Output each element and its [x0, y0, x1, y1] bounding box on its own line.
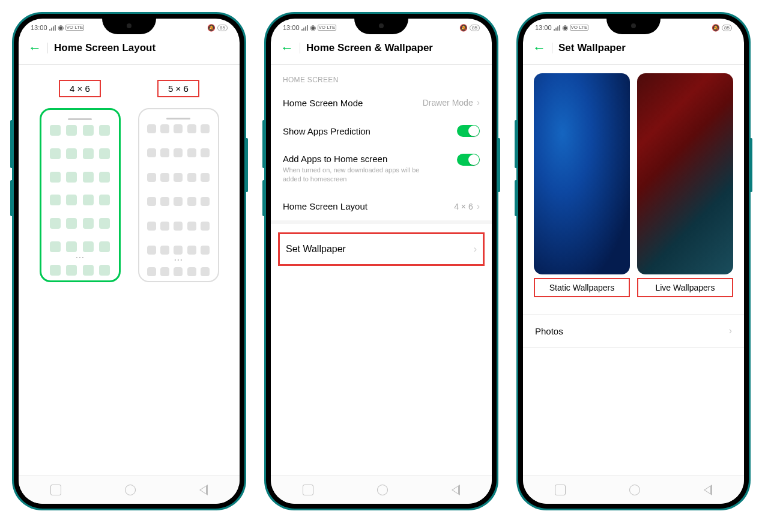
- row-add-apps-homescreen[interactable]: Add Apps to Home screen When turned on, …: [271, 145, 492, 193]
- phone-frame-1: 13:00 ◉ VO LTE 🔕 85 ← Home Screen Layout…: [12, 12, 246, 510]
- signal-icon: [301, 25, 308, 31]
- volte-badge: VO LTE: [570, 25, 589, 31]
- battery-level: 85: [722, 25, 732, 31]
- status-time: 13:00: [283, 24, 300, 31]
- grid-preview-5x6: • • •: [138, 108, 219, 282]
- layout-option-5x6[interactable]: 5 × 6 • • •: [138, 80, 219, 282]
- chevron-right-icon: ›: [474, 244, 477, 255]
- static-wallpapers-card[interactable]: Static Wallpapers: [534, 73, 630, 297]
- row-value: Drawer Mode: [423, 98, 473, 107]
- row-home-screen-layout[interactable]: Home Screen Layout 4 × 6›: [271, 193, 492, 220]
- row-label: Add Apps to Home screen: [283, 154, 457, 164]
- row-label: Home Screen Layout: [283, 201, 367, 211]
- nav-recents-icon[interactable]: [50, 485, 61, 495]
- nav-home-icon[interactable]: [125, 485, 136, 495]
- row-label: Home Screen Mode: [283, 98, 363, 108]
- live-wallpaper-thumb: [637, 73, 733, 274]
- nav-bar: [271, 475, 492, 504]
- row-home-screen-mode[interactable]: Home Screen Mode Drawer Mode›: [271, 89, 492, 116]
- nav-recents-icon[interactable]: [555, 485, 566, 495]
- row-label: Set Wallpaper: [286, 244, 346, 255]
- page-title: Set Wallpaper: [558, 42, 626, 54]
- header: ← Home Screen & Wallpaper: [271, 34, 492, 65]
- layout-label-4x6: 4 × 6: [59, 80, 101, 97]
- battery-level: 85: [470, 25, 480, 31]
- volte-badge: VO LTE: [318, 25, 337, 31]
- layout-option-4x6[interactable]: 4 × 6 • • •: [40, 80, 121, 282]
- mute-icon: 🔕: [207, 24, 216, 32]
- row-photos[interactable]: Photos ›: [523, 314, 744, 348]
- toggle-on[interactable]: [457, 125, 480, 137]
- wifi-icon: ◉: [58, 23, 64, 32]
- phone-frame-3: 13:00 ◉ VO LTE 🔕 85 ← Set Wallpaper St: [516, 12, 751, 510]
- volte-badge: VO LTE: [65, 25, 85, 31]
- mute-icon: 🔕: [712, 24, 720, 32]
- header: ← Set Wallpaper: [523, 34, 744, 65]
- row-set-wallpaper[interactable]: Set Wallpaper ›: [278, 232, 485, 266]
- row-label: Photos: [535, 326, 563, 336]
- nav-home-icon[interactable]: [377, 485, 388, 495]
- live-wallpapers-label: Live Wallpapers: [637, 278, 733, 297]
- toggle-on[interactable]: [457, 154, 480, 166]
- phone-frame-2: 13:00 ◉ VO LTE 🔕 85 ← Home Screen & Wall…: [264, 12, 498, 510]
- static-wallpaper-thumb: [534, 73, 630, 274]
- wifi-icon: ◉: [562, 23, 568, 32]
- page-title: Home Screen Layout: [54, 42, 156, 54]
- section-label-home-screen: HOME SCREEN: [271, 65, 492, 89]
- layout-label-5x6: 5 × 6: [157, 80, 199, 97]
- nav-bar: [19, 475, 240, 504]
- nav-back-icon[interactable]: [452, 485, 460, 495]
- back-icon[interactable]: ←: [533, 40, 546, 56]
- nav-bar: [523, 475, 744, 504]
- row-subtitle: When turned on, new downloaded apps will…: [283, 166, 457, 184]
- header: ← Home Screen Layout: [19, 34, 240, 65]
- wifi-icon: ◉: [310, 23, 316, 32]
- battery-level: 85: [217, 25, 228, 31]
- status-time: 13:00: [535, 24, 552, 31]
- nav-recents-icon[interactable]: [303, 485, 313, 495]
- static-wallpapers-label: Static Wallpapers: [534, 278, 630, 297]
- live-wallpapers-card[interactable]: Live Wallpapers: [637, 73, 733, 297]
- row-value: 4 × 6: [454, 202, 473, 211]
- signal-icon: [554, 25, 560, 31]
- row-show-apps-prediction[interactable]: Show Apps Prediction: [271, 116, 492, 145]
- chevron-right-icon: ›: [729, 325, 732, 336]
- page-title: Home Screen & Wallpaper: [306, 42, 433, 54]
- mute-icon: 🔕: [459, 24, 468, 32]
- back-icon[interactable]: ←: [280, 40, 294, 56]
- status-time: 13:00: [31, 24, 47, 31]
- row-label: Show Apps Prediction: [283, 126, 370, 136]
- grid-preview-4x6: • • •: [40, 108, 121, 282]
- signal-icon: [49, 25, 56, 31]
- nav-back-icon[interactable]: [704, 485, 712, 495]
- chevron-right-icon: ›: [477, 97, 480, 108]
- chevron-right-icon: ›: [477, 201, 480, 212]
- nav-home-icon[interactable]: [629, 485, 640, 495]
- nav-back-icon[interactable]: [199, 485, 208, 495]
- back-icon[interactable]: ←: [28, 40, 41, 56]
